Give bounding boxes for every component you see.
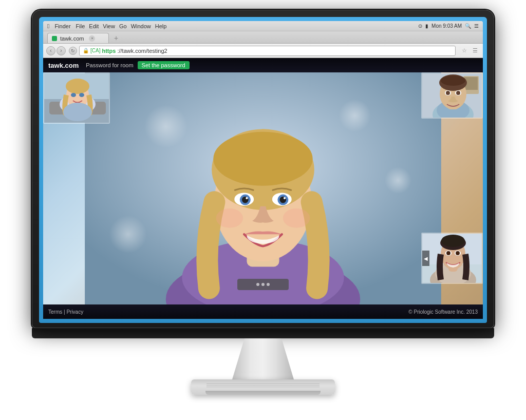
- video-controls[interactable]: [237, 279, 289, 290]
- svg-point-18: [284, 197, 286, 199]
- thumbnail-arrow[interactable]: ◀: [422, 251, 429, 266]
- thumbnail-br-svg: [422, 234, 483, 284]
- wifi-icon: ⊙: [418, 23, 422, 29]
- app-logo: tawk.com: [48, 62, 79, 69]
- bookmark-button[interactable]: ☆: [460, 46, 469, 55]
- svg-point-29: [63, 103, 92, 121]
- thumbnail-br-bg: [422, 234, 482, 283]
- stripe-2: [206, 385, 320, 386]
- monitor-body:  Finder File Edit View Go Window Help ⊙: [32, 10, 494, 328]
- tab-bar: tawk.com × +: [43, 31, 483, 44]
- new-tab-button[interactable]: +: [111, 33, 121, 43]
- bottom-links[interactable]: Terms | Privacy: [48, 309, 83, 315]
- monitor-wrapper:  Finder File Edit View Go Window Help ⊙: [27, 10, 499, 410]
- apple-logo: : [47, 23, 49, 30]
- thumbnail-tr-bg: [422, 73, 482, 118]
- menu-edit[interactable]: Edit: [89, 23, 99, 29]
- control-dot-1: [256, 283, 259, 286]
- svg-point-20: [283, 208, 310, 228]
- monitor-stand-neck: [232, 338, 294, 379]
- thumbnail-tl-svg: [44, 73, 110, 124]
- svg-point-41: [446, 91, 450, 95]
- settings-button[interactable]: ☰: [471, 46, 480, 55]
- menu-help[interactable]: Help: [155, 23, 167, 29]
- svg-point-10: [213, 132, 312, 186]
- monitor-stand-base: [191, 379, 335, 395]
- battery-icon: ▮: [425, 23, 428, 29]
- forward-button[interactable]: ›: [57, 46, 66, 55]
- menu-icon[interactable]: ☰: [474, 23, 479, 29]
- svg-point-2: [339, 100, 371, 132]
- menu-view[interactable]: View: [103, 23, 115, 29]
- control-dot-3: [267, 283, 270, 286]
- stand-stripes: [191, 384, 335, 387]
- video-top-bar: tawk.com Password for room Set the passw…: [43, 58, 483, 72]
- control-dot-2: [261, 283, 265, 286]
- menu-go[interactable]: Go: [119, 23, 127, 29]
- monitor-chin: [32, 328, 494, 338]
- tab-favicon: [52, 36, 57, 41]
- browser-actions: ☆ ☰: [460, 46, 480, 55]
- thumbnail-tl-bg: [44, 73, 109, 123]
- svg-point-50: [441, 235, 465, 247]
- menubar-right: ⊙ ▮ Mon 9:03 AM 🔍 ☰: [418, 23, 479, 29]
- menu-finder[interactable]: Finder: [54, 23, 70, 29]
- svg-point-1: [144, 105, 187, 148]
- thumbnail-top-right: [421, 72, 483, 119]
- svg-point-26: [66, 79, 89, 94]
- svg-point-4: [109, 216, 147, 254]
- video-area: tawk.com Password for room Set the passw…: [43, 58, 483, 319]
- search-icon[interactable]: 🔍: [465, 23, 471, 29]
- svg-point-42: [456, 91, 460, 95]
- url-path: ://tawk.com/testing2: [117, 48, 167, 54]
- ssl-icon: 🔒: [83, 48, 89, 53]
- svg-point-17: [246, 197, 248, 199]
- svg-point-53: [446, 251, 450, 255]
- tab-close-button[interactable]: ×: [89, 35, 95, 42]
- svg-point-28: [79, 93, 84, 97]
- nav-buttons: ‹ ›: [46, 46, 66, 55]
- mac-menubar:  Finder File Edit View Go Window Help ⊙: [43, 21, 483, 31]
- copyright-text: © Priologic Software Inc. 2013: [408, 309, 478, 315]
- menu-items: File Edit View Go Window Help: [76, 23, 167, 29]
- tab-title: tawk.com: [60, 35, 84, 42]
- address-bar: ‹ › ↻ 🔒 [CA] https ://tawk.com/testing2 …: [43, 44, 483, 58]
- ssl-label: [CA]: [90, 48, 100, 53]
- svg-point-3: [385, 167, 412, 194]
- reload-button[interactable]: ↻: [69, 47, 77, 55]
- svg-point-54: [456, 251, 460, 255]
- thumbnail-top-left: [43, 72, 110, 124]
- video-bottom-bar: Terms | Privacy © Priologic Software Inc…: [43, 304, 483, 319]
- stripe-3: [206, 387, 320, 387]
- menu-window[interactable]: Window: [131, 23, 151, 29]
- svg-point-38: [441, 75, 465, 86]
- back-button[interactable]: ‹: [46, 46, 55, 55]
- screen-bezel:  Finder File Edit View Go Window Help ⊙: [39, 17, 487, 323]
- main-video-container: ◀: [43, 72, 483, 304]
- menu-file[interactable]: File: [76, 23, 85, 29]
- stripe-1: [206, 384, 320, 384]
- browser-chrome:  Finder File Edit View Go Window Help ⊙: [43, 21, 483, 58]
- url-protocol: https: [102, 48, 116, 54]
- url-display: https ://tawk.com/testing2: [102, 48, 167, 54]
- thumbnail-tr-svg: [422, 73, 483, 119]
- password-for-room-label: Password for room: [86, 62, 133, 68]
- svg-point-27: [71, 93, 76, 97]
- thumbnail-bottom-right: ◀: [421, 233, 483, 284]
- menubar-left:  Finder File Edit View Go Window Help: [47, 23, 166, 30]
- set-password-button[interactable]: Set the password: [138, 61, 190, 69]
- browser-tab[interactable]: tawk.com ×: [47, 33, 109, 43]
- svg-point-19: [216, 208, 243, 228]
- clock: Mon 9:03 AM: [431, 23, 462, 29]
- url-bar[interactable]: 🔒 [CA] https ://tawk.com/testing2: [79, 46, 456, 56]
